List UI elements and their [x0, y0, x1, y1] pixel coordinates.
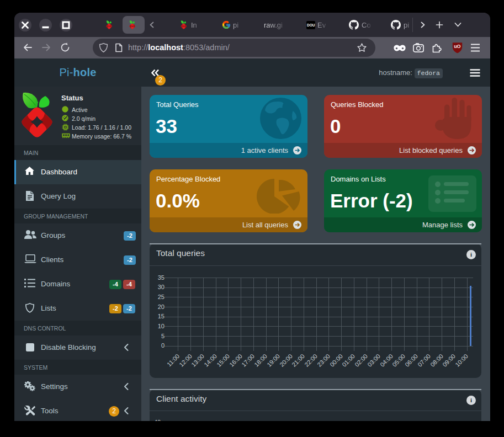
svg-text:O: O: [457, 44, 461, 49]
